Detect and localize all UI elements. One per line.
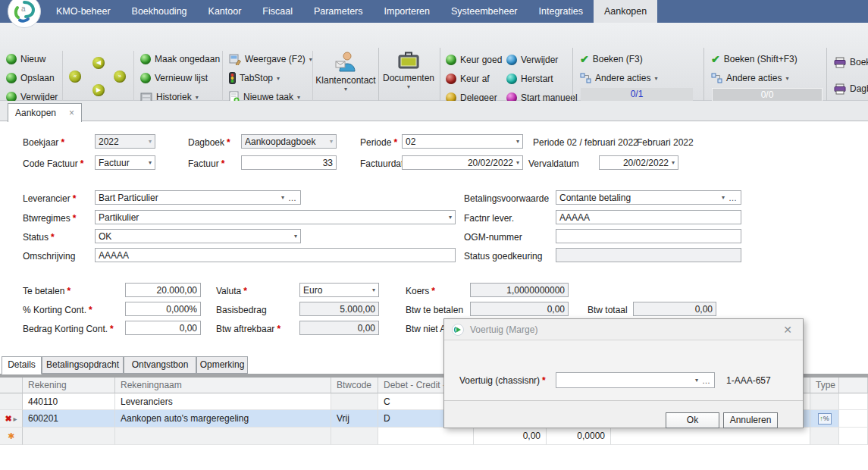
cell-btwcode[interactable] xyxy=(331,428,378,445)
boeken-shift-f3-button[interactable]: ✔ Boeken (Shift+F3) xyxy=(711,52,797,67)
menu-tab-integraties[interactable]: Integraties xyxy=(528,0,594,23)
column-header-rekeningnaam[interactable]: Rekeningnaam xyxy=(115,378,331,393)
bedrag-korting-input[interactable]: 0,00 xyxy=(125,321,201,335)
periode-combobox[interactable]: 02▾ xyxy=(402,134,523,149)
betalingsvoorwaarde-combobox[interactable]: Contante betaling▾… xyxy=(556,190,741,205)
lookup-ellipsis-button[interactable]: … xyxy=(702,377,711,384)
boekjaar-combobox[interactable]: 2022▾ xyxy=(95,134,155,149)
menu-tab-kmo-beheer[interactable]: KMO-beheer xyxy=(45,0,121,23)
column-header-type[interactable]: Type xyxy=(810,378,839,393)
document-tab-strip: Aankopen × xyxy=(0,101,868,121)
vernieuw-lijst-button[interactable]: Vernieuw lijst xyxy=(140,70,208,86)
boeken-f3-button[interactable]: ✔ Boeken (F3) xyxy=(580,52,643,67)
keur-goed-button[interactable]: Keur goed xyxy=(446,52,502,67)
row-indicator-selected[interactable]: ✖ ▸ xyxy=(0,410,23,428)
detail-tab-ontvangstbon[interactable]: Ontvangstbon xyxy=(124,356,196,374)
cell-type[interactable] xyxy=(810,393,839,410)
status-combobox[interactable]: OK▾ xyxy=(95,229,301,243)
menu-tab-parameters[interactable]: Parameters xyxy=(303,0,374,23)
ogm-nummer-input[interactable] xyxy=(556,229,741,243)
weergave-button[interactable]: Weergave (F2) ▾ xyxy=(229,52,312,67)
vervaldatum-datepicker[interactable]: 20/02/2022▾ xyxy=(599,155,678,170)
detail-tab-details[interactable]: Details xyxy=(2,356,42,374)
code-factuur-combobox[interactable]: Factuur▾ xyxy=(95,155,155,170)
chevron-down-icon: ▾ xyxy=(149,138,152,145)
cell-rekeningnaam[interactable]: Leveranciers xyxy=(115,393,331,410)
column-header-btwcode[interactable]: Btwcode xyxy=(331,378,378,393)
ubl-queue-counter: 0/1 xyxy=(581,88,693,102)
dagboek-label: Dagboek* xyxy=(188,137,230,148)
cell-bedrag[interactable]: 0,00 xyxy=(474,428,547,445)
nav-previous-button[interactable]: ◀ xyxy=(92,57,105,69)
maak-ongedaan-button[interactable]: Maak ongedaan xyxy=(140,52,220,67)
herstart-button[interactable]: Herstart xyxy=(506,71,553,86)
pct-korting-label: % Korting Cont.* xyxy=(23,305,92,315)
document-tab-aankopen[interactable]: Aankopen × xyxy=(8,103,82,122)
te-betalen-input[interactable]: 20.000,00 xyxy=(125,283,201,297)
factnr-lever-input[interactable]: AAAAA xyxy=(556,210,741,224)
cell-rekening[interactable]: 440110 xyxy=(23,393,115,410)
documenten-button[interactable]: Documenten ▾ xyxy=(380,50,437,90)
cell-btwcode[interactable]: Vrij xyxy=(331,410,378,428)
menu-tab-aankopen[interactable]: Aankopen xyxy=(594,0,657,23)
btwregimes-combobox[interactable]: Partikulier▾ xyxy=(95,210,456,224)
approve-icon xyxy=(446,55,456,65)
nav-last-button[interactable]: » xyxy=(114,70,126,83)
pct-korting-input[interactable]: 0,000% xyxy=(125,302,201,316)
menu-tab-importeren[interactable]: Importeren xyxy=(374,0,440,23)
cell-rekening[interactable] xyxy=(23,428,115,445)
chevron-down-icon: ▾ xyxy=(281,194,284,201)
chevron-down-icon: ▾ xyxy=(722,194,725,201)
cell-type[interactable]: ↑% xyxy=(810,410,839,428)
factuurdatum-datepicker[interactable]: 20/02/2022▾ xyxy=(402,155,523,170)
restart-icon xyxy=(506,74,517,84)
row-indicator-new[interactable]: ✱ xyxy=(0,428,23,445)
nieuw-button[interactable]: Nieuw xyxy=(6,52,45,67)
dagboek-print-button[interactable]: Dagb xyxy=(834,81,868,96)
column-header-rekening[interactable]: Rekening xyxy=(23,378,115,393)
dialog-titlebar[interactable]: Voertuig (Marge) ✕ xyxy=(444,319,803,340)
boek-print-button[interactable]: Boek xyxy=(834,55,868,70)
menu-tab-fiscaal[interactable]: Fiscaal xyxy=(252,0,303,23)
voertuig-chassisnr-label: Voertuig (chassisnr)* xyxy=(459,375,546,386)
chevron-down-icon: ▾ xyxy=(149,159,152,166)
basisbedrag-label: Basisbedrag xyxy=(216,305,267,315)
nav-next-button[interactable]: ▶ xyxy=(92,84,105,96)
tabstop-button[interactable]: TabStop ▾ xyxy=(229,70,280,86)
klantencontact-button[interactable]: Klantencontact ▾ xyxy=(313,50,378,92)
chevron-down-icon: ▾ xyxy=(695,377,698,384)
lookup-ellipsis-button[interactable]: … xyxy=(288,194,297,202)
menu-tab-systeembeheer[interactable]: Systeembeheer xyxy=(440,0,528,23)
keur-af-button[interactable]: Keur af xyxy=(446,71,490,86)
voertuig-chassisnr-combobox[interactable]: ▾ … xyxy=(556,372,715,388)
dagboek-combobox[interactable]: Aankoopdagboek▾ xyxy=(241,134,337,149)
leverancier-combobox[interactable]: Bart Particulier▾… xyxy=(95,190,301,205)
row-indicator[interactable] xyxy=(0,393,23,410)
omschrijving-input[interactable]: AAAAA xyxy=(95,248,456,262)
detail-tab-opmerking[interactable]: Opmerking xyxy=(196,356,248,374)
tab-close-icon[interactable]: × xyxy=(69,108,74,118)
andere-acties-ubl-button[interactable]: Andere acties ▾ xyxy=(580,70,657,86)
goedkeuring-verwijder-button[interactable]: Verwijder xyxy=(506,52,558,67)
opslaan-button[interactable]: Opslaan xyxy=(6,70,55,86)
cell-rekeningnaam[interactable]: Aankopen auto's margeregeling xyxy=(115,410,331,428)
cell-rekeningnaam[interactable] xyxy=(115,428,331,445)
valuta-combobox[interactable]: Euro▾ xyxy=(299,283,379,297)
lookup-ellipsis-button[interactable]: … xyxy=(729,194,738,202)
column-separator xyxy=(222,51,223,105)
factuur-input[interactable]: 33 xyxy=(241,155,337,170)
andere-acties-basecone-button[interactable]: Andere acties ▾ xyxy=(711,70,788,86)
dialog-close-button[interactable]: ✕ xyxy=(780,324,795,336)
ok-button[interactable]: Ok xyxy=(666,412,719,428)
detail-tab-betalingsopdracht[interactable]: Betalingsopdracht xyxy=(42,356,124,374)
annuleren-button[interactable]: Annuleren xyxy=(723,412,778,428)
cell-type[interactable] xyxy=(810,428,839,445)
nav-first-button[interactable]: « xyxy=(69,70,81,83)
cell-btwcode[interactable] xyxy=(331,393,378,410)
cell-debet-credit[interactable] xyxy=(378,428,474,445)
menu-tab-boekhouding[interactable]: Boekhouding xyxy=(121,0,198,23)
cell-rekening[interactable]: 600201 xyxy=(23,410,115,428)
cell-koers[interactable]: 0,0000 xyxy=(547,428,611,445)
menu-tab-kantoor[interactable]: Kantoor xyxy=(198,0,252,23)
cell-hidden[interactable] xyxy=(611,428,810,445)
